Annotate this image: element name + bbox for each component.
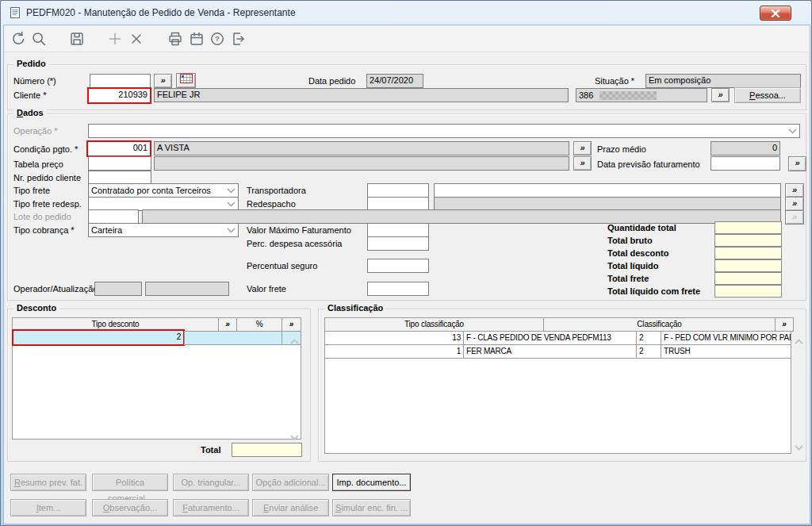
faturamento-button[interactable]: Faturamento... bbox=[173, 499, 249, 516]
pessoa-button[interactable]: Pessoa... bbox=[734, 87, 801, 103]
perc-despesa-label: Perc. despesa acessória bbox=[247, 239, 342, 248]
valor-frete-input[interactable] bbox=[367, 282, 429, 296]
print-icon[interactable] bbox=[167, 31, 183, 47]
classificacao-scroll-down-icon[interactable] bbox=[794, 440, 804, 455]
classificacao-row-classcode-cell[interactable]: 2 bbox=[636, 344, 661, 359]
cliente-name-value: FELIPE JR bbox=[154, 88, 569, 102]
classificacao-legend: Classificação bbox=[324, 303, 386, 313]
tipo-cobranca-label: Tipo cobrança * bbox=[13, 225, 75, 235]
pessoa-code-text: 386 bbox=[579, 90, 593, 101]
close-button[interactable] bbox=[760, 6, 791, 21]
valor-maximo-input[interactable] bbox=[367, 223, 429, 237]
resumo-prev-fat-button[interactable]: Resumo prev. fat. ... bbox=[10, 474, 86, 491]
undo-icon[interactable] bbox=[10, 31, 26, 47]
simular-enc-fin-button[interactable]: Simular enc. fin. ... bbox=[332, 499, 411, 516]
classificacao-row-tipo-cell[interactable]: F - CLAS PEDIDO DE VENDA PEDFM113 bbox=[463, 331, 637, 345]
observacao-button[interactable]: Observação... bbox=[92, 499, 168, 516]
classificacao-row-tipo-cell[interactable]: FER MARCA bbox=[463, 344, 637, 359]
classificacao-col-tipo[interactable]: Tipo classificação bbox=[324, 317, 544, 332]
lote-code-input[interactable] bbox=[88, 209, 139, 224]
condicao-lookup-button[interactable]: » bbox=[573, 141, 592, 155]
desconto-col-pct[interactable]: % bbox=[236, 317, 282, 332]
desconto-tipo-lookup-header[interactable]: » bbox=[218, 317, 237, 332]
pessoa-lookup-button[interactable]: » bbox=[711, 88, 730, 102]
chevron-down-icon bbox=[788, 129, 797, 134]
percentual-seguro-input[interactable] bbox=[367, 259, 429, 273]
numero-browse-grid-button[interactable] bbox=[176, 73, 196, 88]
percentual-seguro-label: Percentual seguro bbox=[247, 261, 317, 271]
numero-lookup-button[interactable]: » bbox=[154, 74, 172, 88]
data-previsao-input[interactable] bbox=[710, 156, 780, 171]
cliente-code-input[interactable]: 210939 bbox=[87, 87, 151, 104]
add-icon[interactable] bbox=[107, 31, 123, 47]
exit-icon[interactable] bbox=[230, 31, 246, 47]
classificacao-row-classdesc-cell[interactable]: TRUSH bbox=[661, 344, 791, 359]
numero-input[interactable] bbox=[90, 74, 151, 88]
total-bruto-label: Total bruto bbox=[607, 236, 653, 245]
desconto-legend: Desconto bbox=[13, 303, 59, 313]
toolbar bbox=[4, 25, 810, 52]
desconto-scroll-down-icon[interactable] bbox=[289, 430, 300, 444]
data-previsao-lookup-button[interactable]: » bbox=[788, 156, 806, 171]
delete-icon[interactable] bbox=[128, 31, 144, 47]
desconto-row-tipo-cell[interactable] bbox=[184, 331, 282, 345]
tipo-frete-select[interactable]: Contratado por conta Terceiros bbox=[88, 183, 239, 198]
redacted-text bbox=[599, 91, 657, 100]
classificacao-row-classdesc-cell[interactable]: F - PED COM VLR MINIMO POR PARCELA 40 bbox=[661, 331, 791, 345]
tabela-preco-lookup-button[interactable]: » bbox=[573, 156, 592, 171]
cliente-label: Cliente * bbox=[13, 90, 47, 100]
classificacao-row-code-cell[interactable]: 13 bbox=[324, 331, 464, 345]
save-icon[interactable] bbox=[69, 31, 85, 47]
total-frete-value bbox=[714, 272, 782, 285]
desconto-row-code-cell[interactable]: 2 bbox=[12, 329, 185, 346]
situacao-label: Situação * bbox=[595, 76, 634, 86]
politica-comercial-button[interactable]: Política comercial... bbox=[92, 474, 168, 491]
data-pedido-value: 24/07/2020 bbox=[366, 74, 423, 88]
item-button[interactable]: Item... bbox=[10, 499, 86, 516]
classificacao-row-code-cell[interactable]: 1 bbox=[324, 344, 464, 359]
transportadora-desc-value bbox=[434, 183, 781, 198]
operador-value-1 bbox=[94, 282, 142, 296]
op-triangular-button[interactable]: Op. triangular... bbox=[173, 474, 249, 491]
calendar-icon[interactable] bbox=[189, 31, 205, 47]
total-liquido-frete-label: Total líquido com frete bbox=[607, 286, 700, 296]
enviar-analise-button[interactable]: Enviar análise bbox=[252, 499, 329, 516]
data-pedido-label: Data pedido bbox=[308, 76, 355, 86]
classificacao-scroll-up-icon[interactable] bbox=[794, 334, 804, 348]
tipo-cobranca-value: Carteira bbox=[91, 225, 122, 235]
chevron-down-icon bbox=[227, 188, 236, 194]
search-icon[interactable] bbox=[31, 31, 47, 47]
opcao-adicional-button[interactable]: Opção adicional... bbox=[252, 474, 329, 491]
lote-lookup-button-disabled: » bbox=[785, 210, 804, 225]
total-desconto-value bbox=[714, 247, 782, 259]
imp-documento-button[interactable]: Imp. documento... bbox=[332, 474, 411, 491]
desconto-scroll-up-icon[interactable] bbox=[289, 334, 300, 348]
condicao-code-input[interactable]: 001 bbox=[86, 140, 151, 157]
tipo-cobranca-select[interactable]: Carteira bbox=[88, 223, 239, 237]
transportadora-code-input[interactable] bbox=[367, 183, 429, 198]
classificacao-lookup-header[interactable]: » bbox=[775, 317, 794, 332]
operacao-select[interactable] bbox=[88, 124, 800, 138]
operador-label: Operador/Atualização bbox=[13, 284, 98, 294]
chevron-down-icon bbox=[227, 202, 236, 207]
dados-legend: Dados bbox=[13, 108, 47, 117]
valor-frete-label: Valor frete bbox=[247, 284, 286, 294]
prazo-medio-label: Prazo médio bbox=[597, 144, 646, 154]
tabela-preco-input[interactable] bbox=[88, 156, 151, 171]
perc-despesa-input[interactable] bbox=[367, 236, 429, 251]
help-icon[interactable]: ? bbox=[209, 31, 225, 47]
desconto-pct-lookup-header[interactable]: » bbox=[282, 317, 301, 332]
prazo-medio-value: 0 bbox=[710, 141, 780, 155]
pessoa-code-value: 386 bbox=[576, 88, 707, 102]
lote-desc-value bbox=[142, 209, 781, 224]
transportadora-label: Transportadora bbox=[247, 186, 306, 195]
data-previsao-label: Data previsão faturamento bbox=[597, 159, 700, 169]
redespacho-lookup-button[interactable]: » bbox=[785, 197, 804, 211]
pedido-legend: Pedido bbox=[13, 59, 49, 68]
total-desconto-label: Total desconto bbox=[607, 248, 668, 258]
transportadora-lookup-button[interactable]: » bbox=[785, 183, 804, 198]
redespacho-label: Redespacho bbox=[247, 199, 296, 209]
classificacao-row-classcode-cell[interactable]: 2 bbox=[636, 331, 661, 345]
valor-maximo-label: Valor Máximo Faturamento bbox=[247, 225, 351, 235]
classificacao-col-class[interactable]: Classificação bbox=[543, 317, 776, 332]
